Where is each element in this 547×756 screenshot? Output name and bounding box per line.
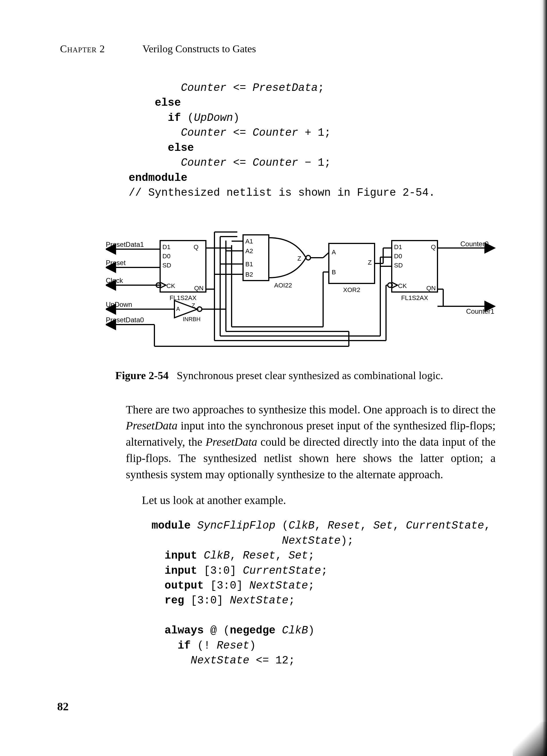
svg-text:SD: SD [162, 262, 171, 269]
svg-text:B: B [332, 269, 336, 276]
chapter-title: Verilog Constructs to Gates [142, 43, 256, 55]
chapter-label: Chapter 2 [60, 43, 140, 55]
label-presetdata0: PresetData0 [106, 316, 144, 324]
label-presetdata1: PresetData1 [106, 241, 144, 248]
body-paragraph-2: Let us look at another example. [60, 492, 498, 509]
svg-text:Z: Z [368, 259, 372, 266]
code-block-2: module SyncFlipFlop (ClkB, Reset, Set, C… [151, 518, 498, 668]
svg-text:A: A [176, 306, 180, 312]
label-counter0: Counter0 [460, 240, 489, 248]
svg-point-24 [306, 255, 311, 260]
svg-text:Z: Z [191, 302, 195, 309]
body-paragraph-1: There are two approaches to synthesize t… [60, 402, 498, 483]
figure-label: Figure 2-54 [115, 369, 168, 381]
label-updown: UpDown [106, 301, 132, 308]
page-number: 82 [57, 700, 69, 713]
figure-2-54: PresetData1 Preset Clock UpDown PresetDa… [106, 221, 498, 352]
svg-text:Q: Q [193, 243, 198, 251]
svg-text:CK: CK [166, 282, 175, 289]
page-corner-shadow [513, 722, 547, 756]
schematic-svg: PresetData1 Preset Clock UpDown PresetDa… [106, 221, 500, 352]
cell-aoi22: AOI22 [274, 282, 292, 289]
svg-text:CK: CK [398, 282, 407, 289]
cell-xor2: XOR2 [343, 286, 360, 293]
figure-caption: Figure 2-54 Synchronous preset clear syn… [60, 369, 498, 382]
svg-text:D1: D1 [162, 243, 170, 251]
svg-text:B1: B1 [245, 261, 253, 268]
svg-text:D0: D0 [162, 253, 170, 260]
running-head: Chapter 2 Verilog Constructs to Gates [60, 43, 498, 55]
code-block-1: Counter <= PresetData; else if (UpDown) … [129, 81, 498, 201]
svg-text:Z: Z [298, 255, 301, 262]
figure-caption-text: Synchronous preset clear synthesized as … [177, 369, 443, 381]
svg-text:D1: D1 [394, 243, 402, 251]
svg-text:QN: QN [194, 285, 203, 292]
cell-ff-right: FL1S2AX [401, 294, 428, 301]
svg-text:A2: A2 [245, 247, 253, 255]
label-clock: Clock [106, 277, 123, 284]
svg-text:SD: SD [394, 262, 403, 269]
cell-inrbh: INRBH [183, 316, 200, 322]
label-counter1: Counter1 [466, 307, 494, 315]
svg-text:D0: D0 [394, 253, 402, 260]
svg-text:QN: QN [426, 285, 436, 292]
svg-text:A1: A1 [245, 238, 253, 245]
svg-text:A: A [332, 249, 336, 256]
page-edge-shadow [540, 0, 547, 756]
svg-text:Q: Q [431, 243, 436, 251]
svg-text:B2: B2 [245, 271, 253, 278]
label-preset: Preset [106, 259, 126, 267]
cell-ff-left: FL1S2AX [169, 294, 196, 301]
